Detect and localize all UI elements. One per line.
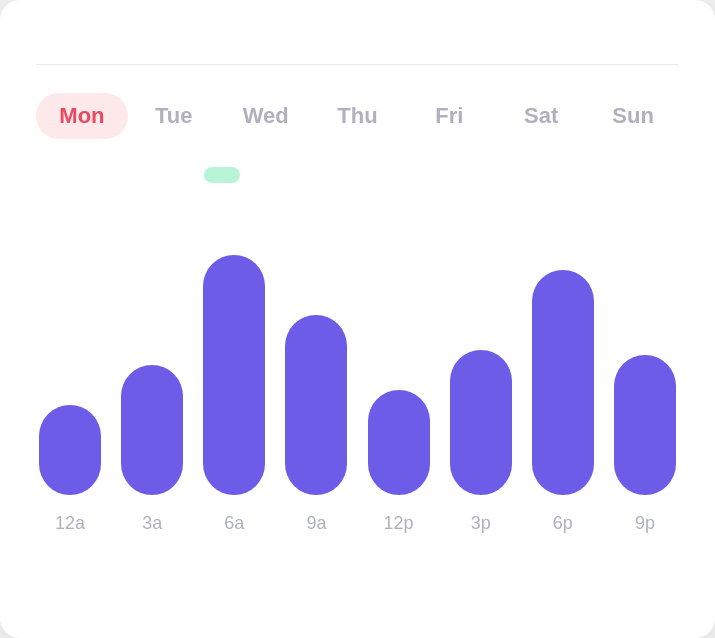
- day-tab-mon[interactable]: Mon: [36, 93, 128, 139]
- bar-wrapper-3p: [447, 225, 515, 495]
- bar-3a: [121, 365, 183, 495]
- x-label-12p: 12p: [365, 513, 433, 534]
- bar-12p: [368, 390, 430, 495]
- x-label-6a: 6a: [200, 513, 268, 534]
- bar-wrapper-9a: [282, 225, 350, 495]
- bar-6a: [203, 255, 265, 495]
- bar-wrapper-3a: [118, 225, 186, 495]
- bar-6p: [532, 270, 594, 495]
- best-time-card: MonTueWedThuFriSatSun 12a3a6a9a12p3p6p9p: [0, 0, 715, 638]
- day-tab-sun[interactable]: Sun: [587, 93, 679, 139]
- day-tab-tue[interactable]: Tue: [128, 93, 220, 139]
- day-tab-thu[interactable]: Thu: [312, 93, 404, 139]
- bar-wrapper-12p: [365, 225, 433, 495]
- divider: [36, 64, 679, 65]
- bar-9p: [614, 355, 676, 495]
- most-active-badge: [204, 167, 240, 183]
- bar-wrapper-6p: [529, 225, 597, 495]
- bar-12a: [39, 405, 101, 495]
- bars-row: [36, 175, 679, 495]
- x-label-6p: 6p: [529, 513, 597, 534]
- x-label-3p: 3p: [447, 513, 515, 534]
- bar-wrapper-9p: [611, 225, 679, 495]
- bar-3p: [450, 350, 512, 495]
- day-tabs-row: MonTueWedThuFriSatSun: [36, 93, 679, 139]
- day-tab-wed[interactable]: Wed: [220, 93, 312, 139]
- day-tab-sat[interactable]: Sat: [495, 93, 587, 139]
- x-label-12a: 12a: [36, 513, 104, 534]
- bar-wrapper-12a: [36, 225, 104, 495]
- day-tab-fri[interactable]: Fri: [403, 93, 495, 139]
- x-labels-row: 12a3a6a9a12p3p6p9p: [36, 513, 679, 534]
- x-label-9p: 9p: [611, 513, 679, 534]
- chart-area: 12a3a6a9a12p3p6p9p: [36, 175, 679, 598]
- x-label-9a: 9a: [282, 513, 350, 534]
- x-label-3a: 3a: [118, 513, 186, 534]
- bar-wrapper-6a: [200, 225, 268, 495]
- bar-9a: [285, 315, 347, 495]
